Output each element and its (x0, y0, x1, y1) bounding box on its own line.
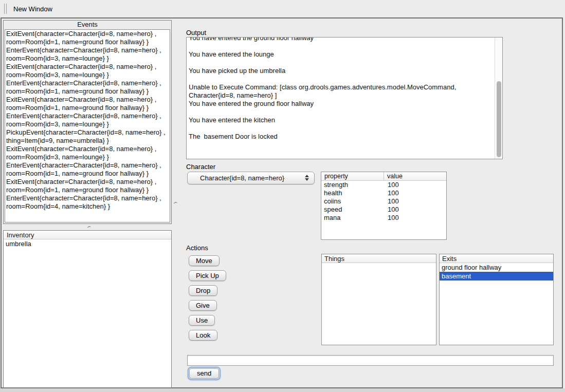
output-text: You have entered the ground floor hallwa… (189, 37, 492, 141)
property-column-header: property (321, 172, 384, 180)
vertical-split-divider[interactable] (172, 18, 178, 389)
command-input[interactable] (187, 355, 554, 366)
events-panel: Events ExitEvent{character=Character{id=… (3, 20, 172, 224)
output-scrollbar[interactable] (495, 38, 502, 159)
split-handle-icon[interactable] (87, 226, 91, 229)
inventory-item[interactable]: umbrella (4, 239, 171, 248)
property-value-cell: 100 (384, 197, 446, 206)
exits-item[interactable]: ground floor hallway (440, 263, 553, 272)
output-label: Output (186, 29, 206, 36)
property-name-cell: speed (321, 206, 384, 214)
give-button[interactable]: Give (189, 300, 217, 311)
property-table-header: property value (321, 172, 446, 181)
inventory-header: Inventory (4, 231, 171, 239)
inventory-list[interactable]: umbrella (4, 239, 171, 248)
exits-item[interactable]: basement (440, 272, 553, 281)
toolbar-grip-icon[interactable] (4, 4, 7, 14)
property-value-cell: 100 (384, 189, 446, 197)
things-panel: Things (321, 254, 436, 345)
event-list-item[interactable]: PickupEvent{character=Character{id=8, na… (6, 128, 169, 145)
exits-panel: Exits ground floor hallwaybasement (439, 254, 554, 345)
horizontal-split-divider[interactable] (3, 224, 172, 230)
exits-header: Exits (440, 254, 553, 263)
window-bottom-edge (0, 388, 565, 392)
drop-button[interactable]: Drop (189, 285, 217, 296)
output-textarea[interactable]: You have entered the ground floor hallwa… (186, 37, 503, 159)
toolbar: New Window (0, 0, 565, 17)
actions-label: Actions (186, 244, 208, 252)
main-frame: Events ExitEvent{character=Character{id=… (1, 17, 563, 388)
app-window: New Window Events ExitEvent{character=Ch… (0, 0, 565, 392)
event-list-item[interactable]: EnterEvent{character=Character{id=8, nam… (6, 46, 169, 63)
move-button[interactable]: Move (189, 255, 220, 266)
scrollbar-thumb[interactable] (497, 81, 501, 157)
combobox-arrows-icon (305, 175, 309, 181)
event-list-item[interactable]: ExitEvent{character=Character{id=8, name… (6, 30, 169, 46)
event-list-item[interactable]: EnterEvent{character=Character{id=8, nam… (6, 194, 169, 211)
property-value-cell: 100 (384, 181, 446, 189)
property-value-cell: 100 (384, 214, 446, 222)
property-table-body[interactable]: strength100health100coiins100speed100man… (321, 181, 446, 222)
look-button[interactable]: Look (189, 330, 217, 341)
right-pane: Output You have entered the ground floor… (178, 18, 562, 389)
events-list[interactable]: ExitEvent{character=Character{id=8, name… (5, 29, 170, 222)
event-list-item[interactable]: ExitEvent{character=Character{id=8, name… (6, 178, 169, 194)
use-button[interactable]: Use (189, 315, 215, 326)
pick-up-button[interactable]: Pick Up (189, 270, 226, 281)
event-list-item[interactable]: ExitEvent{character=Character{id=8, name… (6, 96, 169, 112)
new-window-menu-item[interactable]: New Window (13, 5, 52, 13)
event-list-item[interactable]: EnterEvent{character=Character{id=8, nam… (6, 112, 169, 128)
property-name-cell: strength (321, 181, 384, 189)
send-button-focus-ring: send (188, 367, 221, 380)
event-list-item[interactable]: EnterEvent{character=Character{id=8, nam… (6, 79, 169, 96)
value-column-header: value (384, 172, 446, 180)
events-panel-title: Events (4, 21, 171, 29)
character-select[interactable]: Character{id=8, name=hero} (187, 172, 315, 184)
property-table-row[interactable]: mana100 (321, 214, 446, 222)
event-list-item[interactable]: ExitEvent{character=Character{id=8, name… (6, 145, 169, 161)
property-table-row[interactable]: coiins100 (321, 197, 446, 206)
actions-buttons: MovePick UpDropGiveUseLook (189, 255, 226, 341)
inventory-panel: Inventory umbrella (3, 230, 172, 388)
property-table-row[interactable]: health100 (321, 189, 446, 197)
things-header: Things (322, 254, 436, 263)
property-name-cell: health (321, 189, 384, 197)
property-name-cell: coiins (321, 197, 384, 206)
event-list-item[interactable]: EnterEvent{character=Character{id=8, nam… (6, 161, 169, 178)
event-list-item[interactable]: ExitEvent{character=Character{id=8, name… (6, 63, 169, 79)
split-handle-icon[interactable] (173, 201, 177, 205)
property-value-cell: 100 (384, 206, 446, 214)
property-table-row[interactable]: speed100 (321, 206, 446, 214)
exits-list[interactable]: ground floor hallwaybasement (440, 263, 553, 281)
character-property-table: property value strength100health100coiin… (321, 172, 447, 240)
property-table-row[interactable]: strength100 (321, 181, 446, 189)
character-select-value: Character{id=8, name=hero} (200, 174, 284, 182)
character-label: Character (186, 163, 215, 171)
send-button[interactable]: send (189, 368, 219, 379)
property-name-cell: mana (321, 214, 384, 222)
